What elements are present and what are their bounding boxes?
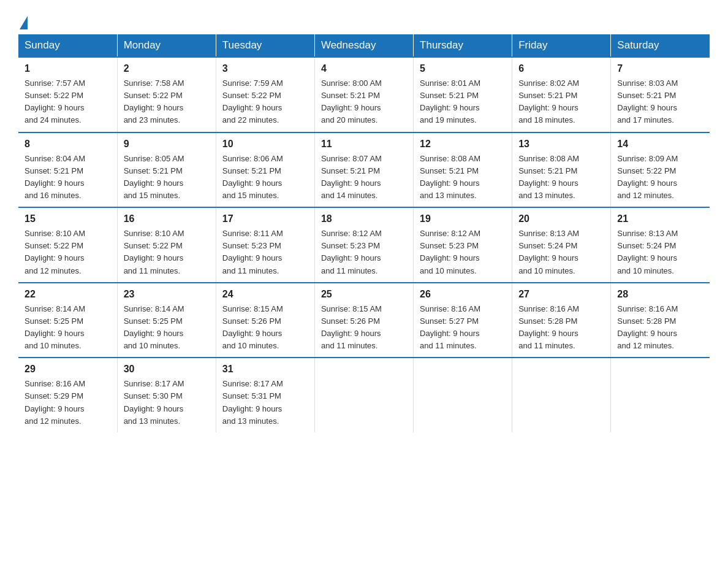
calendar-day-cell: 18 Sunrise: 8:12 AMSunset: 5:23 PMDaylig… <box>314 207 413 283</box>
day-of-week-header: Saturday <box>611 34 710 57</box>
day-info: Sunrise: 7:58 AMSunset: 5:22 PMDaylight:… <box>124 79 184 124</box>
day-info: Sunrise: 7:57 AMSunset: 5:22 PMDaylight:… <box>25 79 85 124</box>
calendar-day-cell <box>314 358 413 432</box>
day-number: 15 <box>25 212 111 226</box>
day-number: 13 <box>518 137 604 151</box>
calendar-day-cell: 13 Sunrise: 8:08 AMSunset: 5:21 PMDaylig… <box>512 132 611 208</box>
day-number: 5 <box>420 61 506 76</box>
day-number: 6 <box>518 61 604 76</box>
calendar-day-cell: 20 Sunrise: 8:13 AMSunset: 5:24 PMDaylig… <box>512 207 611 283</box>
day-number: 26 <box>420 287 506 302</box>
day-info: Sunrise: 8:12 AMSunset: 5:23 PMDaylight:… <box>321 229 382 275</box>
day-info: Sunrise: 8:13 AMSunset: 5:24 PMDaylight:… <box>518 229 579 275</box>
day-info: Sunrise: 8:03 AMSunset: 5:21 PMDaylight:… <box>617 79 678 124</box>
logo-triangle-icon <box>20 16 28 29</box>
calendar-day-cell: 3 Sunrise: 7:59 AMSunset: 5:22 PMDayligh… <box>216 57 314 132</box>
calendar-day-cell: 5 Sunrise: 8:01 AMSunset: 5:21 PMDayligh… <box>414 57 512 132</box>
calendar-day-cell: 22 Sunrise: 8:14 AMSunset: 5:25 PMDaylig… <box>18 283 117 358</box>
day-number: 23 <box>124 287 210 302</box>
calendar-week-row: 1 Sunrise: 7:57 AMSunset: 5:22 PMDayligh… <box>18 57 710 132</box>
day-number: 30 <box>124 362 210 377</box>
day-number: 27 <box>518 287 604 302</box>
day-info: Sunrise: 8:04 AMSunset: 5:21 PMDaylight:… <box>25 154 85 200</box>
day-info: Sunrise: 8:12 AMSunset: 5:23 PMDaylight:… <box>420 229 480 275</box>
day-info: Sunrise: 8:14 AMSunset: 5:25 PMDaylight:… <box>25 304 85 350</box>
calendar-day-cell: 10 Sunrise: 8:06 AMSunset: 5:21 PMDaylig… <box>216 132 314 208</box>
day-number: 21 <box>617 212 703 226</box>
day-number: 24 <box>222 287 308 302</box>
calendar-day-cell: 9 Sunrise: 8:05 AMSunset: 5:21 PMDayligh… <box>117 132 216 208</box>
day-number: 14 <box>617 137 703 151</box>
day-info: Sunrise: 8:05 AMSunset: 5:21 PMDaylight:… <box>124 154 184 200</box>
day-number: 31 <box>222 362 308 377</box>
calendar-day-cell: 6 Sunrise: 8:02 AMSunset: 5:21 PMDayligh… <box>512 57 611 132</box>
calendar-table: SundayMondayTuesdayWednesdayThursdayFrid… <box>18 34 710 432</box>
calendar-day-cell: 7 Sunrise: 8:03 AMSunset: 5:21 PMDayligh… <box>611 57 710 132</box>
day-of-week-header: Friday <box>512 34 611 57</box>
day-info: Sunrise: 8:11 AMSunset: 5:23 PMDaylight:… <box>222 229 283 275</box>
calendar-week-row: 8 Sunrise: 8:04 AMSunset: 5:21 PMDayligh… <box>18 132 710 208</box>
calendar-day-cell: 30 Sunrise: 8:17 AMSunset: 5:30 PMDaylig… <box>117 358 216 432</box>
calendar-week-row: 15 Sunrise: 8:10 AMSunset: 5:22 PMDaylig… <box>18 207 710 283</box>
day-number: 19 <box>420 212 506 226</box>
day-info: Sunrise: 8:15 AMSunset: 5:26 PMDaylight:… <box>321 304 382 350</box>
day-number: 3 <box>222 61 308 76</box>
day-number: 10 <box>222 137 308 151</box>
day-number: 25 <box>321 287 407 302</box>
calendar-day-cell: 27 Sunrise: 8:16 AMSunset: 5:28 PMDaylig… <box>512 283 611 358</box>
day-info: Sunrise: 8:16 AMSunset: 5:27 PMDaylight:… <box>420 304 480 350</box>
calendar-day-cell: 24 Sunrise: 8:15 AMSunset: 5:26 PMDaylig… <box>216 283 314 358</box>
calendar-day-cell: 2 Sunrise: 7:58 AMSunset: 5:22 PMDayligh… <box>117 57 216 132</box>
calendar-day-cell: 12 Sunrise: 8:08 AMSunset: 5:21 PMDaylig… <box>414 132 512 208</box>
day-info: Sunrise: 8:10 AMSunset: 5:22 PMDaylight:… <box>25 229 85 275</box>
day-info: Sunrise: 8:16 AMSunset: 5:29 PMDaylight:… <box>25 379 85 425</box>
day-of-week-header: Sunday <box>18 34 117 57</box>
day-number: 17 <box>222 212 308 226</box>
day-info: Sunrise: 8:06 AMSunset: 5:21 PMDaylight:… <box>222 154 283 200</box>
day-info: Sunrise: 8:09 AMSunset: 5:22 PMDaylight:… <box>617 154 678 200</box>
day-info: Sunrise: 7:59 AMSunset: 5:22 PMDaylight:… <box>222 79 283 124</box>
day-number: 20 <box>518 212 604 226</box>
day-info: Sunrise: 8:07 AMSunset: 5:21 PMDaylight:… <box>321 154 382 200</box>
day-number: 1 <box>25 61 111 76</box>
logo <box>18 17 28 28</box>
day-info: Sunrise: 8:02 AMSunset: 5:21 PMDaylight:… <box>518 79 579 124</box>
calendar-day-cell: 28 Sunrise: 8:16 AMSunset: 5:28 PMDaylig… <box>611 283 710 358</box>
day-info: Sunrise: 8:08 AMSunset: 5:21 PMDaylight:… <box>420 154 480 200</box>
day-info: Sunrise: 8:17 AMSunset: 5:31 PMDaylight:… <box>222 379 283 425</box>
day-number: 9 <box>124 137 210 151</box>
day-number: 29 <box>25 362 111 377</box>
calendar-day-cell <box>611 358 710 432</box>
day-number: 2 <box>124 61 210 76</box>
calendar-day-cell: 19 Sunrise: 8:12 AMSunset: 5:23 PMDaylig… <box>414 207 512 283</box>
day-of-week-header: Thursday <box>414 34 512 57</box>
day-info: Sunrise: 8:16 AMSunset: 5:28 PMDaylight:… <box>518 304 579 350</box>
day-info: Sunrise: 8:01 AMSunset: 5:21 PMDaylight:… <box>420 79 480 124</box>
page-header <box>18 12 710 28</box>
calendar-header-row: SundayMondayTuesdayWednesdayThursdayFrid… <box>18 34 710 57</box>
day-info: Sunrise: 8:13 AMSunset: 5:24 PMDaylight:… <box>617 229 678 275</box>
calendar-day-cell: 21 Sunrise: 8:13 AMSunset: 5:24 PMDaylig… <box>611 207 710 283</box>
calendar-day-cell <box>512 358 611 432</box>
calendar-day-cell: 16 Sunrise: 8:10 AMSunset: 5:22 PMDaylig… <box>117 207 216 283</box>
day-number: 18 <box>321 212 407 226</box>
calendar-day-cell: 4 Sunrise: 8:00 AMSunset: 5:21 PMDayligh… <box>314 57 413 132</box>
day-number: 11 <box>321 137 407 151</box>
day-number: 7 <box>617 61 703 76</box>
calendar-week-row: 29 Sunrise: 8:16 AMSunset: 5:29 PMDaylig… <box>18 358 710 432</box>
calendar-day-cell: 31 Sunrise: 8:17 AMSunset: 5:31 PMDaylig… <box>216 358 314 432</box>
calendar-day-cell: 11 Sunrise: 8:07 AMSunset: 5:21 PMDaylig… <box>314 132 413 208</box>
calendar-day-cell: 8 Sunrise: 8:04 AMSunset: 5:21 PMDayligh… <box>18 132 117 208</box>
day-info: Sunrise: 8:00 AMSunset: 5:21 PMDaylight:… <box>321 79 382 124</box>
day-number: 12 <box>420 137 506 151</box>
calendar-day-cell: 15 Sunrise: 8:10 AMSunset: 5:22 PMDaylig… <box>18 207 117 283</box>
day-number: 8 <box>25 137 111 151</box>
day-number: 4 <box>321 61 407 76</box>
calendar-day-cell: 23 Sunrise: 8:14 AMSunset: 5:25 PMDaylig… <box>117 283 216 358</box>
calendar-day-cell: 29 Sunrise: 8:16 AMSunset: 5:29 PMDaylig… <box>18 358 117 432</box>
calendar-week-row: 22 Sunrise: 8:14 AMSunset: 5:25 PMDaylig… <box>18 283 710 358</box>
calendar-day-cell: 17 Sunrise: 8:11 AMSunset: 5:23 PMDaylig… <box>216 207 314 283</box>
calendar-day-cell <box>414 358 512 432</box>
day-number: 16 <box>124 212 210 226</box>
day-info: Sunrise: 8:08 AMSunset: 5:21 PMDaylight:… <box>518 154 579 200</box>
